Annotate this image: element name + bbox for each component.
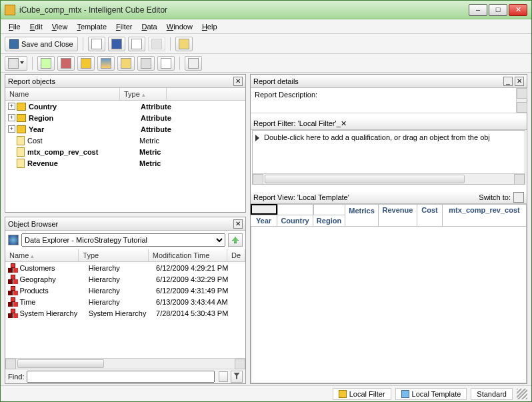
item-type: Hierarchy bbox=[89, 298, 156, 306]
report-objects-header[interactable]: Name Type ▴ bbox=[5, 88, 245, 101]
panel-close-button[interactable]: ✕ bbox=[341, 119, 347, 128]
object-browser-header[interactable]: Name ▴ Type Modification Time De bbox=[5, 249, 245, 262]
grid-col-mtx[interactable]: mtx_comp_rev_cost bbox=[443, 204, 527, 227]
report-object-row[interactable]: CostMetric bbox=[5, 135, 245, 146]
menu-edit[interactable]: Edit bbox=[26, 21, 47, 32]
item-modtime: 6/12/2009 4:29:21 PM bbox=[156, 264, 245, 272]
report-object-row[interactable]: +YearAttribute bbox=[5, 123, 245, 135]
status-local-filter[interactable]: Local Filter bbox=[333, 388, 391, 400]
hierarchy-icon bbox=[8, 263, 17, 273]
report-object-row[interactable]: RevenueMetric bbox=[5, 157, 245, 169]
report-objects-list[interactable]: +CountryAttribute+RegionAttribute+YearAt… bbox=[5, 101, 245, 212]
col-type[interactable]: Type ▴ bbox=[120, 88, 167, 100]
secondary-toolbar bbox=[1, 54, 531, 73]
horizontal-scrollbar[interactable] bbox=[253, 173, 525, 184]
report-view-grid[interactable]: Year Country Region Metrics Revenue Cost bbox=[251, 204, 527, 383]
preview-button[interactable] bbox=[128, 37, 145, 51]
item-type: Hierarchy bbox=[89, 275, 156, 283]
data-explorer-icon bbox=[8, 235, 19, 245]
col-desc[interactable]: De bbox=[227, 249, 245, 261]
minimize-button[interactable]: – bbox=[469, 4, 487, 16]
scroll-left-button[interactable] bbox=[253, 174, 263, 185]
maximize-button[interactable]: □ bbox=[489, 4, 507, 16]
panel-close-button[interactable]: ✕ bbox=[233, 219, 243, 229]
status-standard[interactable]: Standard bbox=[471, 388, 513, 400]
tb-icon-5[interactable] bbox=[117, 56, 135, 71]
folder-button[interactable] bbox=[175, 37, 193, 51]
tb-icon-7[interactable] bbox=[157, 56, 175, 71]
browser-row[interactable]: ProductsHierarchy6/12/2009 4:31:49 PM bbox=[5, 285, 245, 296]
scroll-right-button[interactable] bbox=[235, 359, 245, 369]
col-modtime[interactable]: Modification Time bbox=[149, 249, 227, 261]
object-browser-title: Object Browser bbox=[8, 220, 231, 228]
menu-view[interactable]: View bbox=[48, 21, 72, 32]
panel-close-button[interactable]: ✕ bbox=[515, 77, 524, 86]
report-filter-area[interactable]: Double-click here to add a qualification… bbox=[253, 131, 525, 173]
grid-data-area[interactable] bbox=[251, 227, 527, 383]
switch-view-button[interactable] bbox=[513, 192, 524, 203]
col-name[interactable]: Name bbox=[5, 88, 120, 100]
report-object-row[interactable]: mtx_comp_rev_costMetric bbox=[5, 146, 245, 157]
panel-close-button[interactable]: ✕ bbox=[233, 77, 243, 86]
item-name: System Hierarchy bbox=[19, 309, 88, 317]
tb-icon-2[interactable] bbox=[57, 56, 75, 71]
new-button[interactable] bbox=[88, 37, 105, 51]
scroll-right-button[interactable] bbox=[514, 174, 525, 185]
template-icon bbox=[401, 390, 409, 398]
close-button[interactable]: ✕ bbox=[509, 4, 527, 16]
menu-help[interactable]: Help bbox=[198, 21, 221, 32]
browser-row[interactable]: CustomersHierarchy6/12/2009 4:29:21 PM bbox=[5, 262, 245, 273]
menu-file[interactable]: File bbox=[5, 21, 25, 32]
expand-button[interactable]: + bbox=[8, 125, 15, 133]
browser-row[interactable]: GeographyHierarchy6/12/2009 4:32:29 PM bbox=[5, 273, 245, 285]
menu-filter[interactable]: Filter bbox=[112, 21, 136, 32]
tb-icon-8[interactable] bbox=[185, 56, 202, 71]
col-name[interactable]: Name ▴ bbox=[5, 249, 79, 261]
tb-icon-6[interactable] bbox=[137, 56, 155, 71]
filter-button[interactable] bbox=[231, 371, 243, 383]
object-browser-list[interactable]: CustomersHierarchy6/12/2009 4:29:21 PMGe… bbox=[5, 262, 245, 358]
scroll-thumb[interactable] bbox=[265, 175, 465, 183]
scroll-down-button[interactable] bbox=[517, 102, 527, 113]
find-dropdown-button[interactable] bbox=[219, 371, 228, 382]
expand-button[interactable]: + bbox=[8, 103, 15, 110]
report-object-row[interactable]: +CountryAttribute bbox=[5, 101, 245, 112]
status-local-template[interactable]: Local Template bbox=[395, 388, 467, 400]
tb-icon-3[interactable] bbox=[77, 56, 95, 71]
open-button[interactable] bbox=[108, 37, 125, 51]
tb-icon-4[interactable] bbox=[97, 56, 115, 71]
menu-window[interactable]: Window bbox=[163, 21, 197, 32]
save-icon bbox=[9, 39, 19, 49]
grid-col-year[interactable]: Year bbox=[251, 215, 277, 227]
filter-hint: Double-click here to add a qualification… bbox=[264, 133, 490, 141]
grid-col-country[interactable]: Country bbox=[277, 215, 313, 227]
tb-icon-1[interactable] bbox=[37, 56, 55, 71]
report-details-title: Report details bbox=[253, 77, 501, 85]
grid-col-metrics[interactable]: Metrics bbox=[345, 204, 379, 227]
grid-view-button[interactable] bbox=[5, 56, 27, 71]
horizontal-scrollbar[interactable] bbox=[5, 358, 245, 369]
browser-row[interactable]: System HierarchySystem Hierarchy7/28/201… bbox=[5, 307, 245, 319]
save-and-close-button[interactable]: Save and Close bbox=[5, 37, 78, 51]
vertical-scrollbar[interactable] bbox=[516, 88, 527, 113]
go-up-button[interactable] bbox=[228, 233, 243, 247]
resize-grip[interactable] bbox=[517, 389, 527, 399]
expand-button[interactable]: + bbox=[8, 114, 15, 121]
grid-corner-cell[interactable] bbox=[251, 204, 277, 215]
menu-data[interactable]: Data bbox=[137, 21, 161, 32]
scroll-up-button[interactable] bbox=[517, 88, 527, 99]
location-selector[interactable]: Data Explorer - MicroStrategy Tutorial bbox=[21, 233, 225, 247]
titlebar[interactable]: iCube_comp_mtx - Intelligent Cube Editor… bbox=[1, 1, 531, 19]
find-input[interactable] bbox=[27, 371, 215, 383]
report-object-row[interactable]: +RegionAttribute bbox=[5, 112, 245, 123]
print-button[interactable] bbox=[148, 37, 165, 51]
panel-min-button[interactable]: _ bbox=[503, 77, 513, 86]
grid-col-cost[interactable]: Cost bbox=[417, 204, 443, 227]
menu-template[interactable]: Template bbox=[73, 21, 111, 32]
browser-row[interactable]: TimeHierarchy6/13/2009 3:43:44 AM bbox=[5, 296, 245, 307]
scroll-thumb[interactable] bbox=[17, 359, 104, 368]
grid-col-region[interactable]: Region bbox=[313, 215, 345, 227]
grid-col-revenue[interactable]: Revenue bbox=[379, 204, 417, 227]
col-type[interactable]: Type bbox=[79, 249, 148, 261]
scroll-left-button[interactable] bbox=[5, 359, 16, 369]
